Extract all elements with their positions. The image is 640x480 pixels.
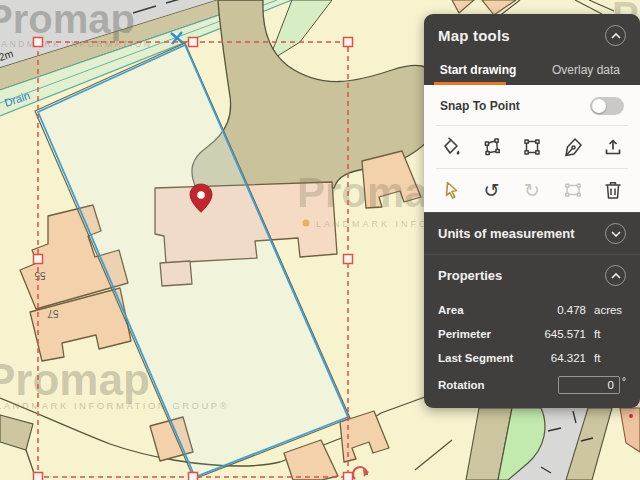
draw-polygon-tool-button[interactable] [480, 135, 504, 159]
tool-row-edit: ↺ ↻ [424, 169, 640, 211]
watermark-brand: Promap [0, 0, 135, 41]
drawing-tools-body: Snap To Point [424, 85, 640, 212]
draw-polygon-icon [481, 136, 503, 158]
properties-section-label: Properties [438, 268, 502, 283]
snap-to-point-label: Snap To Point [440, 99, 520, 113]
transform-tool-button[interactable] [561, 178, 585, 202]
panel-header: Map tools [424, 14, 640, 54]
app-window: 1.2m Drain 55 57 Promap LANDMARK INFORMA… [0, 0, 640, 480]
undo-tool-button[interactable]: ↺ [480, 178, 504, 202]
fill-icon [440, 136, 462, 158]
properties-list: Area 0.478 acres Perimeter 645.571 ft La… [424, 296, 640, 404]
watermark-subtitle: LANDMARK INFORMATION [0, 39, 152, 49]
handle-top-center [189, 38, 198, 47]
collapse-panel-button[interactable] [605, 25, 626, 46]
tab-start-drawing[interactable]: Start drawing [424, 54, 532, 85]
property-row-area: Area 0.478 acres [438, 298, 626, 322]
toggle-knob [592, 99, 606, 113]
rotation-input[interactable]: 0 [558, 376, 620, 394]
snap-to-point-toggle[interactable] [590, 97, 624, 115]
select-cursor-tool-button[interactable] [439, 178, 463, 202]
last-segment-label: Last Segment [438, 352, 526, 364]
undo-icon: ↺ [484, 181, 500, 200]
perimeter-value: 645.571 [526, 328, 586, 340]
watermark-brand: Promap [0, 355, 150, 404]
pen-tool-button[interactable] [561, 135, 585, 159]
transform-icon [562, 179, 584, 201]
redo-tool-button[interactable]: ↻ [520, 178, 544, 202]
upload-icon [602, 136, 624, 158]
area-unit: acres [586, 304, 626, 316]
property-row-last-segment: Last Segment 64.321 ft [438, 346, 626, 370]
chevron-up-icon [611, 273, 621, 279]
last-segment-unit: ft [586, 352, 626, 364]
redo-icon: ↻ [524, 181, 540, 200]
panel-tabs: Start drawing Overlay data [424, 54, 640, 85]
property-row-perimeter: Perimeter 645.571 ft [438, 322, 626, 346]
cursor-icon [440, 179, 462, 201]
house-number-57: 57 [47, 308, 59, 319]
panel-title: Map tools [438, 27, 510, 44]
collapse-properties-button[interactable] [605, 265, 626, 286]
pen-icon [562, 136, 584, 158]
section-properties: Properties [424, 254, 640, 296]
handle-bottom-right [344, 473, 353, 480]
chevron-down-icon [611, 231, 621, 237]
draw-rectangle-tool-button[interactable] [520, 135, 544, 159]
handle-bottom-left [34, 473, 43, 480]
handle-mid-left [34, 255, 43, 264]
expand-units-button[interactable] [605, 223, 626, 244]
delete-tool-button[interactable] [601, 178, 625, 202]
units-section-label: Units of measurement [438, 226, 575, 241]
area-value: 0.478 [526, 304, 586, 316]
handle-top-left [34, 38, 43, 47]
draw-rectangle-icon [521, 136, 543, 158]
tab-overlay-data[interactable]: Overlay data [532, 54, 640, 85]
tool-row-draw [424, 126, 640, 168]
perimeter-unit: ft [586, 328, 626, 340]
last-segment-value: 64.321 [526, 352, 586, 364]
area-label: Area [438, 304, 526, 316]
perimeter-label: Perimeter [438, 328, 526, 340]
section-units-of-measurement: Units of measurement [424, 212, 640, 254]
handle-top-right [344, 38, 353, 47]
fill-tool-button[interactable] [439, 135, 463, 159]
watermark-dot [303, 220, 310, 227]
trash-icon [602, 179, 624, 201]
handle-mid-right [344, 255, 353, 264]
handle-bottom-center [189, 473, 198, 480]
rotation-unit: ° [622, 376, 626, 387]
house-number-55: 55 [34, 270, 46, 281]
property-row-rotation: Rotation 0 ° [438, 370, 626, 394]
map-tools-panel: Map tools Start drawing Overlay data Sna… [424, 14, 640, 408]
rotation-label: Rotation [438, 379, 558, 391]
chevron-up-icon [611, 33, 621, 39]
upload-tool-button[interactable] [601, 135, 625, 159]
